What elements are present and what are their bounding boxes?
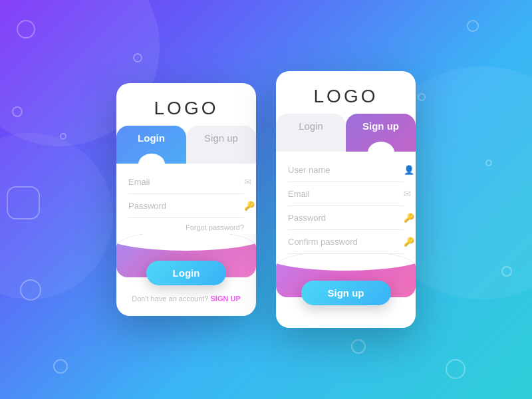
signup-password-input[interactable] — [288, 213, 400, 223]
login-button[interactable]: Login — [146, 261, 227, 285]
confirm-password-icon: 🔑 — [404, 237, 414, 247]
login-card: LOGO Login Sign up ✉ 🔑 Forgot password? … — [116, 83, 256, 316]
signup-password-icon: 🔑 — [404, 213, 414, 223]
signup-form: 👤 ✉ 🔑 🔑 — [276, 152, 416, 254]
signup-email-icon: ✉ — [404, 189, 411, 199]
signup-tab-login[interactable]: Login — [276, 114, 346, 152]
signup-action-area: Sign up — [276, 281, 416, 305]
confirm-password-input[interactable] — [288, 237, 400, 247]
login-footer: Don't have an account? SIGN UP — [116, 295, 256, 303]
email-input[interactable] — [128, 177, 240, 187]
password-field: 🔑 — [128, 194, 244, 218]
password-input[interactable] — [128, 201, 240, 211]
background-decoration — [0, 0, 532, 399]
signup-card: LOGO Login Sign up 👤 ✉ 🔑 🔑 Sign up — [276, 71, 416, 328]
signup-logo: LOGO — [276, 71, 416, 114]
login-footer-text: Don't have an account? — [132, 295, 208, 303]
signup-tab-bar: Login Sign up — [276, 114, 416, 152]
login-tab-login[interactable]: Login — [116, 126, 186, 164]
signup-button[interactable]: Sign up — [301, 281, 391, 305]
forgot-password-link[interactable]: Forgot password? — [128, 218, 244, 234]
signup-tab-signup[interactable]: Sign up — [346, 114, 416, 152]
signup-email-input[interactable] — [288, 189, 400, 199]
signup-password-field: 🔑 — [288, 206, 404, 230]
login-tab-bar: Login Sign up — [116, 126, 256, 164]
password-icon: 🔑 — [244, 201, 255, 211]
email-icon: ✉ — [244, 177, 251, 187]
login-action-area: Login — [116, 261, 256, 285]
login-logo: LOGO — [116, 83, 256, 126]
signup-email-field: ✉ — [288, 182, 404, 206]
login-form: ✉ 🔑 Forgot password? — [116, 164, 256, 234]
login-tab-signup[interactable]: Sign up — [186, 126, 256, 164]
username-field: 👤 — [288, 158, 404, 182]
signup-link[interactable]: SIGN UP — [211, 295, 241, 303]
username-input[interactable] — [288, 165, 400, 175]
email-field: ✉ — [128, 170, 244, 194]
user-icon: 👤 — [404, 165, 414, 175]
confirm-password-field: 🔑 — [288, 230, 404, 254]
